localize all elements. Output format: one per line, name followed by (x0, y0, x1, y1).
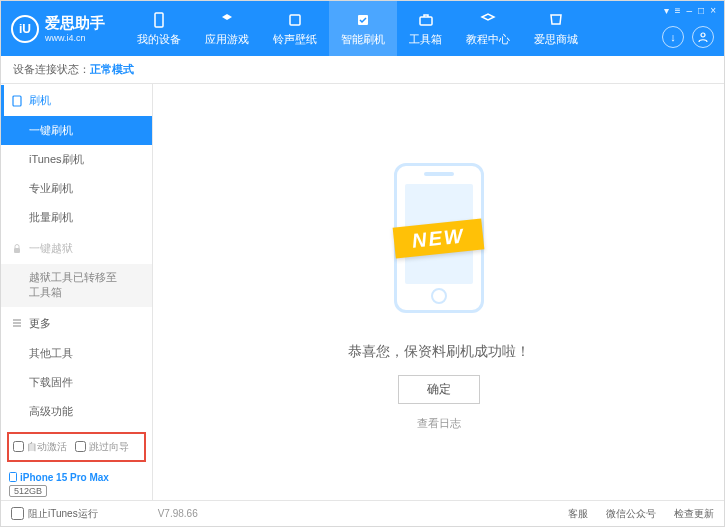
nav-toolbox[interactable]: 工具箱 (397, 1, 454, 56)
auto-activate-checkbox[interactable]: 自动激活 (13, 440, 67, 454)
main-nav: 我的设备 应用游戏 铃声壁纸 智能刷机 工具箱 教程中心 爱思商城 (125, 1, 590, 56)
device-info: iPhone 15 Pro Max 512GB iPhone (1, 468, 152, 500)
sidebar-item-pro[interactable]: 专业刷机 (1, 174, 152, 203)
ok-button[interactable]: 确定 (398, 375, 480, 404)
device-storage: 512GB (9, 485, 47, 497)
status-mode: 正常模式 (90, 62, 134, 77)
nav-flash[interactable]: 智能刷机 (329, 1, 397, 56)
version-label: V7.98.66 (158, 508, 198, 519)
lock-icon (11, 243, 23, 255)
toolbox-icon (417, 11, 435, 29)
sidebar-more-header[interactable]: 更多 (1, 308, 152, 339)
svg-rect-5 (13, 96, 21, 106)
device-icon (150, 11, 168, 29)
sidebar: 刷机 一键刷机 iTunes刷机 专业刷机 批量刷机 一键越狱 越狱工具已转移至… (1, 84, 153, 500)
device-type: iPhone (9, 499, 144, 500)
list-icon (11, 317, 23, 329)
download-button[interactable]: ↓ (662, 26, 684, 48)
status-label: 设备连接状态： (13, 62, 90, 77)
sidebar-item-other[interactable]: 其他工具 (1, 339, 152, 368)
footer: 阻止iTunes运行 V7.98.66 客服 微信公众号 检查更新 (1, 500, 724, 526)
dropdown-icon[interactable]: ▾ (664, 5, 669, 16)
svg-rect-6 (14, 248, 20, 253)
app-header: iU 爱思助手 www.i4.cn 我的设备 应用游戏 铃声壁纸 智能刷机 工具… (1, 1, 724, 56)
device-phone-icon (9, 472, 17, 482)
sidebar-flash-header[interactable]: 刷机 (1, 85, 152, 116)
menu-icon[interactable]: ≡ (675, 5, 681, 16)
user-button[interactable] (692, 26, 714, 48)
nav-apps[interactable]: 应用游戏 (193, 1, 261, 56)
phone-icon (11, 95, 23, 107)
main-panel: NEW 恭喜您，保资料刷机成功啦！ 确定 查看日志 (153, 84, 724, 500)
tutorial-icon (479, 11, 497, 29)
header-actions: ↓ (662, 26, 714, 48)
svg-point-4 (701, 33, 705, 37)
sidebar-item-download[interactable]: 下载固件 (1, 368, 152, 397)
mall-icon (547, 11, 565, 29)
svg-rect-0 (155, 13, 163, 27)
flash-icon (354, 11, 372, 29)
maximize-icon[interactable]: □ (698, 5, 704, 16)
svg-rect-7 (10, 473, 17, 482)
sidebar-jailbreak-note: 越狱工具已转移至 工具箱 (1, 264, 152, 307)
content: 刷机 一键刷机 iTunes刷机 专业刷机 批量刷机 一键越狱 越狱工具已转移至… (1, 84, 724, 500)
nav-tutorial[interactable]: 教程中心 (454, 1, 522, 56)
apps-icon (218, 11, 236, 29)
nav-mall[interactable]: 爱思商城 (522, 1, 590, 56)
ringtone-icon (286, 11, 304, 29)
sidebar-item-onekey[interactable]: 一键刷机 (1, 116, 152, 145)
status-bar: 设备连接状态： 正常模式 (1, 56, 724, 84)
logo-icon: iU (11, 15, 39, 43)
sidebar-jailbreak-header[interactable]: 一键越狱 (1, 233, 152, 264)
svg-rect-3 (420, 17, 432, 25)
skip-guide-checkbox[interactable]: 跳过向导 (75, 440, 129, 454)
footer-links: 客服 微信公众号 检查更新 (568, 507, 714, 521)
app-url: www.i4.cn (45, 33, 105, 43)
block-itunes-checkbox[interactable]: 阻止iTunes运行 (11, 507, 98, 521)
device-name[interactable]: iPhone 15 Pro Max (9, 472, 144, 483)
nav-my-device[interactable]: 我的设备 (125, 1, 193, 56)
sidebar-item-batch[interactable]: 批量刷机 (1, 203, 152, 232)
nav-ringtone[interactable]: 铃声壁纸 (261, 1, 329, 56)
logo-area: iU 爱思助手 www.i4.cn (11, 14, 105, 43)
sidebar-item-advanced[interactable]: 高级功能 (1, 397, 152, 426)
close-icon[interactable]: × (710, 5, 716, 16)
footer-link-update[interactable]: 检查更新 (674, 507, 714, 521)
success-illustration: NEW (339, 153, 539, 323)
view-log-link[interactable]: 查看日志 (417, 416, 461, 431)
success-message: 恭喜您，保资料刷机成功啦！ (348, 343, 530, 361)
sidebar-item-itunes[interactable]: iTunes刷机 (1, 145, 152, 174)
app-name: 爱思助手 (45, 14, 105, 33)
footer-link-service[interactable]: 客服 (568, 507, 588, 521)
checkbox-highlight: 自动激活 跳过向导 (7, 432, 146, 462)
minimize-icon[interactable]: – (687, 5, 693, 16)
svg-rect-1 (290, 15, 300, 25)
footer-link-wechat[interactable]: 微信公众号 (606, 507, 656, 521)
window-controls: ▾ ≡ – □ × (664, 5, 716, 16)
